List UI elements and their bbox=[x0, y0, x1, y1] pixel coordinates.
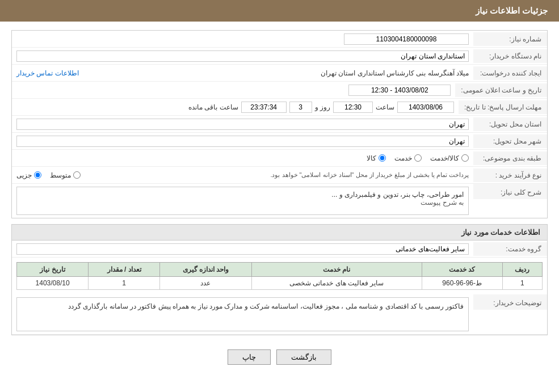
cell-qty: 1 bbox=[89, 277, 160, 290]
delivery-province-label: استان محل تحویل: bbox=[473, 117, 547, 131]
category-label-kala-khedmat: کالا/خدمت bbox=[430, 154, 459, 162]
process-note: پرداخت تمام یا بخشی از مبلغ خریدار از مح… bbox=[86, 171, 469, 179]
need-number-value bbox=[12, 32, 473, 47]
page-title: جزئیات اطلاعات نیاز bbox=[476, 6, 548, 15]
cell-name: سایر فعالیت های خدماتی شخصی bbox=[251, 277, 422, 290]
need-description-label: شرح کلی نیاز: bbox=[473, 184, 547, 199]
process-radio-partial[interactable] bbox=[34, 171, 41, 179]
need-description-text: امور طراحی، چاپ بنر، تدوین و فیلمبرداری … bbox=[22, 191, 464, 199]
delivery-city-label: شهر محل تحویل: bbox=[473, 134, 547, 148]
response-date-input[interactable] bbox=[397, 102, 454, 113]
process-label-partial: جزیی bbox=[16, 171, 32, 179]
delivery-province-input[interactable] bbox=[16, 119, 469, 130]
buyer-notes-label: توضیحات خریدار: bbox=[473, 294, 547, 310]
buyer-org-label: نام دستگاه خریدار: bbox=[473, 49, 547, 63]
delivery-city-input[interactable] bbox=[16, 136, 469, 147]
buyer-org-value bbox=[12, 49, 473, 64]
col-header-qty: تعداد / مقدار bbox=[89, 263, 160, 277]
process-option-medium[interactable]: متوسط bbox=[50, 171, 81, 179]
back-button[interactable]: بازگشت bbox=[276, 349, 331, 365]
cell-row-num: 1 bbox=[502, 277, 542, 290]
service-group-input[interactable] bbox=[16, 243, 469, 255]
announce-label: تاریخ و ساعت اعلان عمومی: bbox=[455, 83, 547, 97]
announce-input[interactable] bbox=[348, 85, 451, 96]
category-option-kala-khedmat[interactable]: کالا/خدمت bbox=[430, 154, 469, 162]
creator-value: میلاد آهنگرسله بنی کارشناس استانداری است… bbox=[12, 68, 473, 79]
process-option-partial[interactable]: جزیی bbox=[16, 171, 41, 179]
process-label-medium: متوسط bbox=[50, 171, 71, 179]
response-seconds-input[interactable] bbox=[241, 102, 287, 113]
buyer-notes-value: فاکتور رسمی با کد اقتصادی و شناسه ملی ، … bbox=[12, 294, 473, 334]
process-type-label: نوع فرآیند خرید : bbox=[473, 168, 547, 182]
service-group-label: گروه خدمت: bbox=[473, 242, 547, 256]
col-header-date: تاریخ نیاز bbox=[17, 263, 89, 277]
services-section-title: اطلاعات خدمات مورد نیاز bbox=[12, 225, 547, 241]
print-button[interactable]: چاپ bbox=[228, 349, 271, 365]
category-label-khedmat: خدمت bbox=[394, 154, 412, 162]
process-radio-medium[interactable] bbox=[73, 171, 81, 179]
days-label: روز و bbox=[315, 103, 330, 111]
response-deadline-label: مهلت ارسال پاسخ: تا تاریخ: bbox=[459, 100, 547, 114]
items-table: ردیف کد خدمت نام خدمت واحد اندازه گیری ت… bbox=[16, 262, 543, 290]
category-radio-kala[interactable] bbox=[379, 154, 386, 162]
col-header-name: نام خدمت bbox=[251, 263, 422, 277]
need-description-sub: به شرح پیوست bbox=[22, 199, 464, 206]
category-radio-khedmat[interactable] bbox=[414, 154, 422, 162]
category-label-kala: کالا bbox=[367, 154, 376, 162]
category-label: طبقه بندی موضوعی: bbox=[473, 151, 547, 165]
process-radio-group: متوسط جزیی bbox=[16, 171, 81, 179]
category-option-kala[interactable]: کالا bbox=[367, 154, 386, 162]
action-buttons: بازگشت چاپ bbox=[11, 341, 548, 373]
response-time-input[interactable] bbox=[333, 102, 373, 113]
response-days-input[interactable] bbox=[289, 102, 312, 113]
category-option-khedmat[interactable]: خدمت bbox=[394, 154, 422, 162]
category-radio-group: کالا/خدمت خدمت کالا bbox=[16, 154, 469, 162]
buyer-org-input[interactable] bbox=[16, 50, 469, 62]
page-header: جزئیات اطلاعات نیاز bbox=[0, 0, 559, 22]
buyer-notes-box: فاکتور رسمی با کد اقتصادی و شناسه ملی ، … bbox=[16, 297, 469, 331]
category-radio-kala-khedmat[interactable] bbox=[461, 154, 469, 162]
col-header-unit: واحد اندازه گیری bbox=[160, 263, 251, 277]
col-header-row: ردیف bbox=[502, 263, 542, 277]
need-description-box: امور طراحی، چاپ بنر، تدوین و فیلمبرداری … bbox=[16, 187, 469, 215]
creator-text: میلاد آهنگرسله بنی کارشناس استانداری است… bbox=[321, 69, 469, 77]
need-number-input[interactable] bbox=[344, 33, 469, 45]
creator-link[interactable]: اطلاعات تماس خریدار bbox=[16, 69, 79, 77]
cell-date: 1403/08/10 bbox=[17, 277, 89, 290]
buyer-notes-text: فاکتور رسمی با کد اقتصادی و شناسه ملی ، … bbox=[68, 302, 464, 310]
cell-unit: عدد bbox=[160, 277, 251, 290]
table-row: 1 ط-96-96-960 سایر فعالیت های خدماتی شخص… bbox=[17, 277, 543, 290]
creator-label: ایجاد کننده درخواست: bbox=[473, 66, 547, 80]
need-number-label: شماره نیاز: bbox=[473, 32, 547, 46]
time-label: ساعت bbox=[376, 103, 394, 111]
remaining-label: ساعت باقی مانده bbox=[188, 103, 238, 111]
cell-code: ط-96-96-960 bbox=[422, 277, 502, 290]
items-table-container: ردیف کد خدمت نام خدمت واحد اندازه گیری ت… bbox=[12, 258, 547, 294]
col-header-code: کد خدمت bbox=[422, 263, 502, 277]
